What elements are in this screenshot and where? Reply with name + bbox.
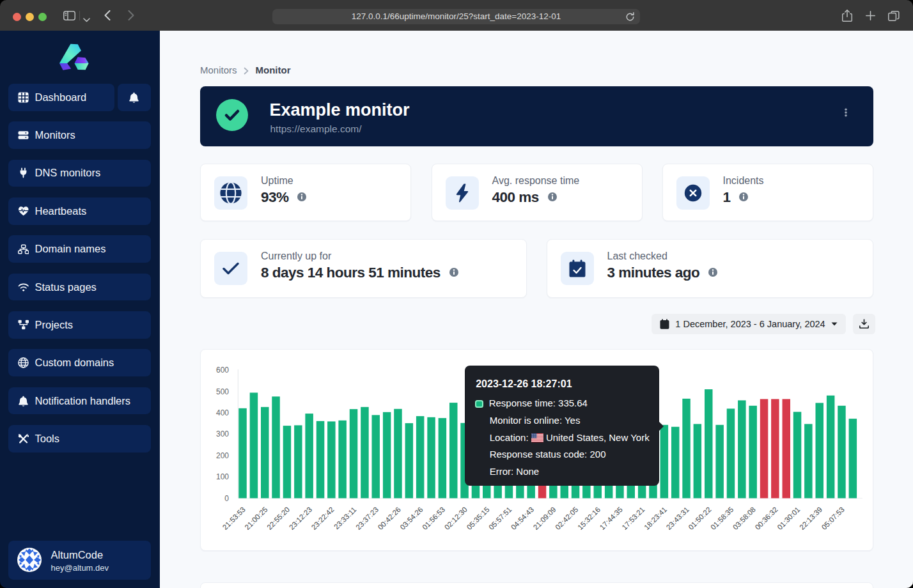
svg-text:05:57:51: 05:57:51	[487, 506, 513, 531]
svg-text:23:12:23: 23:12:23	[288, 506, 313, 531]
svg-text:01:56:53: 01:56:53	[421, 506, 446, 531]
svg-text:400: 400	[216, 408, 229, 417]
svg-text:21:09:09: 21:09:09	[532, 506, 558, 531]
svg-text:17:44:35: 17:44:35	[598, 506, 624, 531]
svg-text:500: 500	[216, 387, 229, 396]
svg-text:01:30:01: 01:30:01	[776, 506, 801, 531]
svg-text:600: 600	[216, 366, 229, 375]
svg-text:200: 200	[216, 451, 229, 460]
svg-text:18:23:41: 18:23:41	[643, 506, 668, 531]
svg-text:300: 300	[216, 429, 229, 438]
svg-text:23:43:31: 23:43:31	[665, 506, 691, 531]
svg-text:01:58:35: 01:58:35	[709, 506, 735, 531]
svg-text:100: 100	[216, 472, 229, 481]
svg-text:00:42:26: 00:42:26	[377, 506, 402, 531]
svg-text:05:07:53: 05:07:53	[820, 506, 846, 531]
svg-text:23:22:42: 23:22:42	[310, 506, 336, 531]
svg-text:23:33:11: 23:33:11	[332, 506, 358, 531]
svg-text:22:13:39: 22:13:39	[798, 506, 823, 531]
svg-text:21:53:53: 21:53:53	[221, 506, 247, 531]
svg-text:0: 0	[224, 494, 229, 503]
svg-text:17:53:21: 17:53:21	[620, 506, 646, 531]
svg-text:03:58:08: 03:58:08	[731, 506, 757, 531]
svg-text:03:54:26: 03:54:26	[398, 506, 424, 531]
svg-text:05:35:15: 05:35:15	[465, 506, 491, 531]
svg-text:00:36:32: 00:36:32	[754, 506, 779, 531]
svg-text:02:42:05: 02:42:05	[554, 506, 579, 531]
svg-text:21:00:25: 21:00:25	[243, 506, 269, 531]
svg-text:01:50:22: 01:50:22	[687, 506, 712, 531]
svg-text:02:12:30: 02:12:30	[443, 506, 469, 531]
svg-text:22:55:20: 22:55:20	[265, 506, 291, 531]
svg-text:15:32:16: 15:32:16	[576, 506, 602, 531]
svg-text:23:37:23: 23:37:23	[354, 506, 380, 531]
svg-text:04:54:43: 04:54:43	[510, 506, 535, 531]
